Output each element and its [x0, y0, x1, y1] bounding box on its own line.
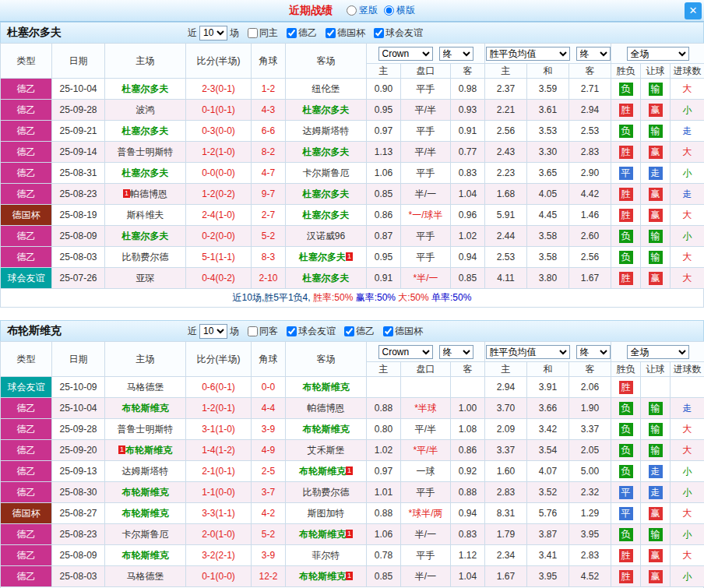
league-badge-cell: 德乙 [1, 398, 52, 419]
match-row: 德乙25-08-03马格德堡0-1(0-0)12-2布轮斯维克10.85半/一1… [1, 566, 704, 587]
same-venue-option[interactable]: 同客 [248, 325, 278, 338]
layout-horizontal-radio[interactable] [384, 5, 394, 16]
goals-result-cell: 小 [671, 163, 704, 184]
euro-home-odds-cell: 2.23 [485, 163, 527, 184]
asian-home-odds-cell: 0.78 [367, 545, 401, 566]
home-team-cell: 马格德堡 [105, 377, 186, 398]
league-filter-checkbox[interactable] [326, 28, 336, 38]
euro-avg-select[interactable]: 胜平负均值 [486, 345, 570, 359]
handicap-result-cell-chip: 赢 [649, 104, 663, 117]
league-filter-checkbox[interactable] [344, 326, 354, 336]
euro-avg-select[interactable]: 胜平负均值 [486, 47, 570, 61]
col-header-type: 类型 [1, 44, 52, 79]
handicap-result-cell: 赢 [641, 503, 671, 524]
handicap-result-cell-chip: 走 [649, 167, 663, 180]
scope-select[interactable]: 全场 [627, 345, 689, 359]
league-filter-checkbox[interactable] [374, 28, 384, 38]
euro-odds-header: 胜平负均值 终 [485, 44, 611, 64]
goals-result-cell: 大 [671, 268, 704, 289]
col-header-home: 主场 [105, 342, 186, 377]
corner-cell: 0-0 [252, 377, 286, 398]
same-venue-checkbox[interactable] [248, 326, 258, 336]
away-team-cell: 达姆斯塔特 [286, 121, 367, 142]
wdl-result-cell-chip: 平 [619, 167, 633, 180]
asian-home-odds-cell: 0.80 [367, 419, 401, 440]
wdl-result-cell: 负 [611, 121, 641, 142]
match-row: 德乙25-09-13达姆斯塔特2-1(0-1)2-5布轮斯维克10.97一球0.… [1, 461, 704, 482]
asian-odds-header: Crown 终 [367, 44, 485, 64]
bookmaker-select[interactable]: Crown [378, 47, 433, 61]
corner-cell: 4-2 [252, 503, 286, 524]
asian-home-odds-cell: 1.06 [367, 163, 401, 184]
handicap-cell: 平/半 [401, 419, 451, 440]
col-header-date: 日期 [52, 44, 105, 79]
team-name-text: 亚琛 [136, 273, 155, 283]
asian-home-odds-cell: 1.01 [367, 482, 401, 503]
col-header-euro-draw: 和 [527, 64, 569, 79]
handicap-result-cell: 赢 [641, 205, 671, 226]
asian-home-odds-cell: 0.91 [367, 268, 401, 289]
col-header-asian-home: 主 [367, 362, 401, 377]
league-filter-option[interactable]: 德乙 [344, 325, 375, 338]
layout-horizontal-option[interactable]: 横版 [384, 4, 415, 17]
league-filter-label: 球会友谊 [385, 26, 423, 40]
league-filter-option[interactable]: 德国杯 [383, 325, 423, 338]
col-header-type: 类型 [1, 342, 52, 377]
asian-away-odds-cell: 0.83 [451, 163, 485, 184]
team-name-text: 艾禾斯堡 [308, 445, 345, 456]
match-row: 德乙25-08-09布轮斯维克3-2(2-1)3-9菲尔特0.78平手1.122… [1, 545, 704, 566]
asian-final-select[interactable]: 终 [439, 47, 473, 61]
league-filter-checkbox[interactable] [287, 28, 297, 38]
league-filter-checkbox[interactable] [383, 326, 393, 336]
league-filter-option[interactable]: 德国杯 [326, 26, 365, 40]
score-cell: 2-0(1-0) [186, 524, 252, 545]
match-count-select[interactable]: 10 [199, 324, 227, 339]
league-badge-cell: 德乙 [1, 163, 52, 184]
league-filter-checkbox[interactable] [287, 326, 297, 336]
league-filter-option[interactable]: 球会友谊 [287, 325, 336, 338]
asian-final-select[interactable]: 终 [439, 345, 473, 359]
handicap-result-cell: 输 [641, 440, 671, 461]
league-badge-cell: 德国杯 [1, 205, 52, 226]
layout-horizontal-label: 横版 [396, 4, 415, 17]
scope-select[interactable]: 全场 [627, 47, 689, 61]
league-badge-cell: 德乙 [1, 184, 52, 205]
away-team-cell: 卡尔斯鲁厄 [286, 163, 367, 184]
asian-away-odds-cell: 1.08 [451, 419, 485, 440]
league-filter-option[interactable]: 球会友谊 [374, 26, 423, 40]
euro-draw-odds-cell: 3.42 [527, 419, 569, 440]
titlebar: 近期战绩 竖版 横版 ✕ [0, 0, 704, 22]
date-cell: 25-08-23 [52, 184, 105, 205]
home-team-cell: 杜塞尔多夫 [105, 226, 186, 247]
team-name-text: 达姆斯塔特 [303, 125, 350, 136]
score-cell: 0-6(0-1) [186, 377, 252, 398]
date-cell: 25-07-26 [52, 268, 105, 289]
euro-final-select[interactable]: 终 [576, 345, 611, 359]
wdl-result-cell-chip: 负 [619, 465, 633, 478]
league-filter-option[interactable]: 德乙 [287, 26, 317, 40]
summary-segment: 大:50% [398, 292, 431, 303]
score-cell: 1-2(0-1) [186, 398, 252, 419]
euro-draw-odds-cell: 3.66 [527, 398, 569, 419]
layout-vertical-radio[interactable] [347, 5, 357, 16]
asian-away-odds-cell: 1.12 [451, 545, 485, 566]
euro-away-odds-cell: 2.32 [569, 482, 611, 503]
layout-vertical-option[interactable]: 竖版 [347, 4, 378, 17]
filter-games-label: 场 [230, 325, 239, 338]
same-venue-checkbox[interactable] [248, 28, 258, 38]
bookmaker-select[interactable]: Crown [378, 345, 433, 359]
col-header-euro-home: 主 [485, 64, 527, 79]
home-team-cell: 比勒费尔德 [105, 247, 186, 268]
away-team-cell: 杜塞尔多夫 [286, 142, 367, 163]
team-name-text: 杜塞尔多夫 [122, 125, 169, 136]
close-button[interactable]: ✕ [685, 2, 702, 19]
euro-final-select[interactable]: 终 [576, 47, 611, 61]
euro-home-odds-cell: 1.60 [485, 461, 527, 482]
handicap-cell: 平手 [401, 545, 451, 566]
col-header-date: 日期 [52, 342, 105, 377]
same-venue-option[interactable]: 同主 [248, 26, 278, 40]
corner-cell: 3-9 [252, 419, 286, 440]
score-cell: 1-1(0-0) [186, 482, 252, 503]
match-count-select[interactable]: 10 [199, 26, 227, 40]
red-card-badge: 1 [346, 252, 353, 261]
